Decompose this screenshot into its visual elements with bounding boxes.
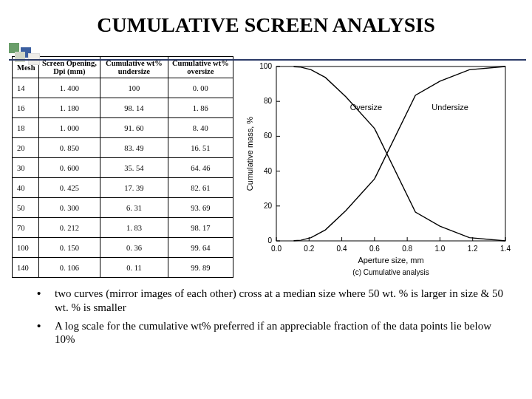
cell: 40 — [13, 178, 39, 198]
svg-text:0.6: 0.6 — [369, 245, 380, 253]
table-row: 181. 00091. 608. 40 — [13, 118, 233, 138]
cell: 99. 89 — [168, 258, 233, 278]
bullet-list: • two curves (mirror images of each othe… — [0, 278, 532, 347]
cell: 70 — [13, 218, 39, 238]
cell: 14 — [13, 78, 39, 98]
table-row: 300. 60035. 5464. 46 — [13, 158, 233, 178]
data-table: Mesh Screen Opening, Dpi (mm) Cumulative… — [12, 56, 233, 278]
svg-text:100: 100 — [259, 62, 272, 70]
cell: 20 — [13, 138, 39, 158]
cell: 0. 106 — [38, 258, 100, 278]
cell: 1. 400 — [38, 78, 100, 98]
cell: 16. 51 — [168, 138, 233, 158]
bullet-item: • A log scale for the cumulative wt% pre… — [37, 319, 507, 347]
cell: 0. 36 — [100, 238, 168, 258]
cell: 64. 46 — [168, 158, 233, 178]
svg-text:0.8: 0.8 — [402, 245, 412, 253]
cell: 1. 83 — [100, 218, 168, 238]
cell: 0. 150 — [38, 238, 100, 258]
table-row: 161. 18098. 141. 86 — [13, 98, 233, 118]
table-row: 700. 2121. 8398. 17 — [13, 218, 233, 238]
bullet-text: A log scale for the cumulative wt% prefe… — [55, 319, 507, 347]
cell: 0. 300 — [38, 198, 100, 218]
svg-text:80: 80 — [264, 97, 273, 105]
cell: 98. 14 — [100, 98, 168, 118]
cell: 8. 40 — [168, 118, 233, 138]
cell: 0. 425 — [38, 178, 100, 198]
table-row: 1000. 1500. 3699. 64 — [13, 238, 233, 258]
cell: 0. 00 — [168, 78, 233, 98]
cell: 0. 212 — [38, 218, 100, 238]
svg-text:Cumulative mass, %: Cumulative mass, % — [245, 117, 254, 191]
cell: 17. 39 — [100, 178, 168, 198]
svg-text:0.4: 0.4 — [337, 245, 347, 253]
cell: 16 — [13, 98, 39, 118]
cell: 98. 17 — [168, 218, 233, 238]
cell: 100 — [13, 238, 39, 258]
svg-text:0.0: 0.0 — [271, 245, 282, 253]
cell: 50 — [13, 198, 39, 218]
cell: 1. 180 — [38, 98, 100, 118]
cell: 0. 600 — [38, 158, 100, 178]
svg-text:Oversize: Oversize — [350, 103, 382, 112]
cell: 100 — [100, 78, 168, 98]
svg-text:60: 60 — [264, 132, 273, 140]
svg-text:20: 20 — [264, 202, 273, 210]
svg-text:40: 40 — [264, 167, 273, 175]
cell: 35. 54 — [100, 158, 168, 178]
cell: 6. 31 — [100, 198, 168, 218]
table-row: 400. 42517. 3982. 61 — [13, 178, 233, 198]
page-title: CUMULATIVE SCREEN ANALYSIS — [0, 0, 532, 37]
cell: 30 — [13, 158, 39, 178]
cell: 0. 850 — [38, 138, 100, 158]
svg-text:Aperture size, mm: Aperture size, mm — [358, 256, 423, 265]
cumulative-chart: 0204060801000.00.20.40.60.81.01.21.4Aper… — [241, 56, 514, 278]
svg-text:1.0: 1.0 — [434, 245, 445, 253]
svg-text:0.2: 0.2 — [304, 245, 314, 253]
bullet-text: two curves (mirror images of each other)… — [55, 287, 507, 315]
table-row: 1400. 1060. 1199. 89 — [13, 258, 233, 278]
table-row: 500. 3006. 3193. 69 — [13, 198, 233, 218]
svg-text:Undersize: Undersize — [432, 103, 468, 112]
cell: 1. 000 — [38, 118, 100, 138]
cell: 0. 11 — [100, 258, 168, 278]
bullet-item: • two curves (mirror images of each othe… — [37, 287, 507, 315]
svg-text:(c) Cumulative analysis: (c) Cumulative analysis — [352, 268, 429, 276]
cell: 140 — [13, 258, 39, 278]
table-row: 141. 4001000. 00 — [13, 78, 233, 98]
cell: 1. 86 — [168, 98, 233, 118]
table-row: 200. 85083. 4916. 51 — [13, 138, 233, 158]
cell: 99. 64 — [168, 238, 233, 258]
cell: 82. 61 — [168, 178, 233, 198]
svg-text:1.4: 1.4 — [500, 245, 511, 253]
cell: 93. 69 — [168, 198, 233, 218]
cell: 91. 60 — [100, 118, 168, 138]
svg-text:0: 0 — [267, 236, 272, 245]
cell: 18 — [13, 118, 39, 138]
cell: 83. 49 — [100, 138, 168, 158]
svg-rect-0 — [276, 66, 505, 241]
svg-text:1.2: 1.2 — [468, 245, 478, 253]
slide-deco — [9, 43, 53, 65]
